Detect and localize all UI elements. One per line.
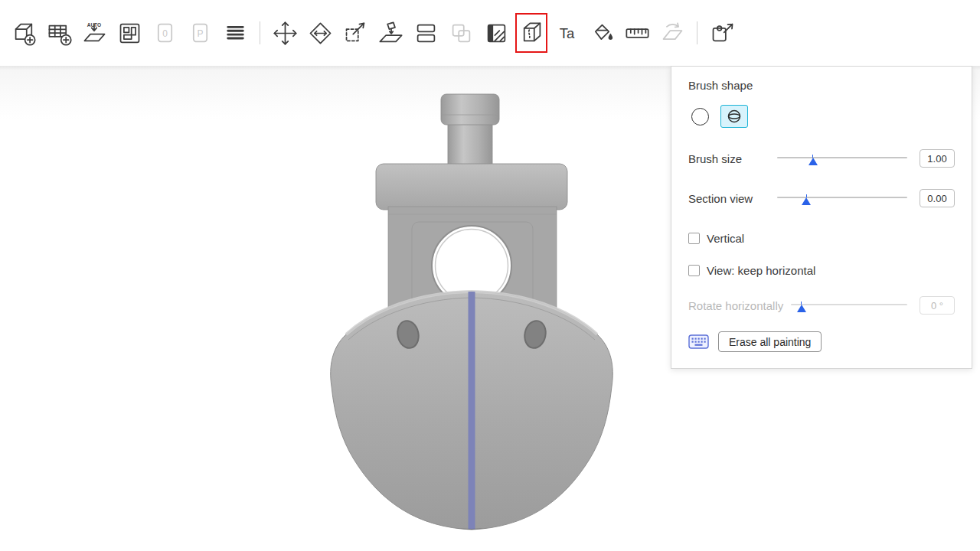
section-view-slider-track <box>777 197 907 198</box>
measure-button[interactable] <box>619 11 655 54</box>
section-view-slider[interactable] <box>776 189 909 207</box>
vertical-checkbox[interactable] <box>688 233 700 244</box>
rotate-button[interactable] <box>302 11 338 54</box>
benchy-chimney-cap <box>441 94 499 125</box>
circle-brush-icon <box>691 108 709 126</box>
auto-orient-button[interactable]: AUTO <box>77 11 112 54</box>
benchy-roof <box>376 164 567 210</box>
vertical-checkbox-row[interactable]: Vertical <box>688 232 955 245</box>
move-button[interactable] <box>267 11 302 54</box>
svg-text:P: P <box>197 28 203 38</box>
add-plate-button[interactable] <box>41 11 77 54</box>
section-view-slider-thumb[interactable] <box>802 197 811 205</box>
keep-horizontal-label: View: keep horizontal <box>707 264 815 277</box>
keep-horizontal-checkbox[interactable] <box>688 265 700 276</box>
rotate-horizontally-slider-track <box>791 304 907 305</box>
text-shape-button[interactable]: Ta <box>549 11 584 54</box>
paste-button[interactable]: P <box>182 11 217 54</box>
sphere-brush-icon <box>727 109 742 124</box>
split-to-objects-button[interactable] <box>408 11 443 54</box>
scale-button[interactable] <box>338 11 373 54</box>
split-to-parts-button[interactable] <box>443 11 479 54</box>
brush-size-slider-track <box>777 157 907 158</box>
erase-all-painting-button[interactable]: Erase all painting <box>718 331 822 352</box>
variable-layer-height-button[interactable] <box>217 11 253 54</box>
brush-size-slider[interactable] <box>776 149 909 168</box>
rotate-horizontally-label: Rotate horizontally <box>688 299 783 312</box>
brush-shape-circle-button[interactable] <box>688 105 711 128</box>
vertical-label: Vertical <box>707 232 744 245</box>
assembly-button[interactable] <box>655 11 690 54</box>
seam-paint-stroke <box>469 292 475 536</box>
rotate-horizontally-slider-thumb[interactable] <box>797 305 806 312</box>
seam-painting-panel: Brush shape Brush size 1.00 Section view… <box>671 66 972 369</box>
section-view-label: Section view <box>688 192 776 205</box>
svg-text:0: 0 <box>162 28 168 38</box>
seam-painting-button[interactable] <box>514 11 549 54</box>
support-painting-button[interactable] <box>479 11 514 54</box>
toolbar-separator <box>260 21 260 44</box>
arrange-button[interactable] <box>112 11 147 54</box>
add-object-button[interactable] <box>6 11 41 54</box>
benchy-model[interactable] <box>331 94 613 545</box>
color-painting-button[interactable] <box>584 11 619 54</box>
plugin-button[interactable] <box>704 11 740 54</box>
brush-size-value[interactable]: 1.00 <box>920 149 955 168</box>
main-toolbar: AUTO 0 P <box>0 0 980 66</box>
brush-size-label: Brush size <box>688 152 776 165</box>
keep-horizontal-checkbox-row[interactable]: View: keep horizontal <box>688 264 955 277</box>
toolbar-separator <box>697 21 697 44</box>
shortcut-hint-button[interactable] <box>688 334 709 349</box>
place-on-face-button[interactable] <box>373 11 408 54</box>
brush-size-slider-thumb[interactable] <box>808 158 818 165</box>
brush-shape-label: Brush shape <box>688 79 955 92</box>
benchy-chimney-body <box>448 119 492 170</box>
rotate-horizontally-slider[interactable] <box>789 296 909 315</box>
copy-button[interactable]: 0 <box>147 11 182 54</box>
brush-shape-sphere-button[interactable] <box>720 105 748 128</box>
rotate-horizontally-value: 0 ° <box>920 296 955 315</box>
svg-text:Ta: Ta <box>559 25 574 41</box>
section-view-value[interactable]: 0.00 <box>920 189 955 207</box>
keyboard-icon <box>688 334 709 349</box>
